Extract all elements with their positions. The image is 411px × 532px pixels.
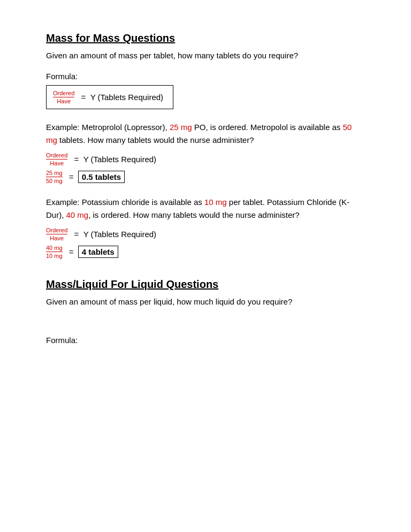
example2-formula-row: Ordered Have = Y (Tablets Required) xyxy=(46,227,365,241)
example2-calc-fraction: 40 mg 10 mg xyxy=(46,245,63,259)
formula-label-2: Formula: xyxy=(46,336,365,345)
example1-equals: = xyxy=(72,155,83,164)
example2-text-mid2: , is ordered. How many tablets would the… xyxy=(88,210,299,219)
example1-highlight1: 25 mg xyxy=(170,123,192,132)
example1-calc-equals: = xyxy=(67,172,78,181)
example1-formula-row: Ordered Have = Y (Tablets Required) xyxy=(46,152,365,166)
example1-calc-row: 25 mg 50 mg = 0.5 tablets xyxy=(46,170,365,184)
formula-result-1: Y (Tablets Required) xyxy=(90,93,163,102)
example2-answer: 4 tablets xyxy=(78,246,118,258)
example1-fraction: Ordered Have xyxy=(46,152,67,166)
example1-text-before: Example: Metroprolol (Lopressor), xyxy=(46,123,170,132)
example1-result: Y (Tablets Required) xyxy=(83,155,156,164)
section1-description: Given an amount of mass per tablet, how … xyxy=(46,50,365,62)
example2-equals: = xyxy=(72,230,83,239)
formula-numerator-1: Ordered xyxy=(53,90,74,97)
formula-box-1: Ordered Have = Y (Tablets Required) xyxy=(46,85,173,109)
example2-calc-denominator: 10 mg xyxy=(46,252,63,259)
example1-text: Example: Metroprolol (Lopressor), 25 mg … xyxy=(46,121,365,147)
example1-block: Example: Metroprolol (Lopressor), 25 mg … xyxy=(46,121,365,184)
example1-text-mid2: tablets. How many tablets would the nurs… xyxy=(57,135,254,145)
formula-equals-1: = xyxy=(79,93,90,102)
formula-label-1: Formula: xyxy=(46,72,365,81)
example1-calc-numerator: 25 mg xyxy=(46,170,63,177)
example2-denominator: Have xyxy=(50,234,64,241)
formula-expression-1: Ordered Have = Y (Tablets Required) xyxy=(53,90,163,104)
example2-calc-equals: = xyxy=(67,247,78,256)
example2-highlight1: 10 mg xyxy=(204,197,227,207)
example1-calc-denominator: 50 mg xyxy=(46,177,63,184)
section2-title: Mass/Liquid For Liquid Questions xyxy=(46,278,365,291)
section2-description: Given an amount of mass per liquid, how … xyxy=(46,296,365,308)
section-mass-liquid: Mass/Liquid For Liquid Questions Given a… xyxy=(46,278,365,345)
example2-fraction: Ordered Have xyxy=(46,227,67,241)
example2-block: Example: Potassium chloride is available… xyxy=(46,196,365,259)
example2-result: Y (Tablets Required) xyxy=(83,230,156,239)
example2-text-before: Example: Potassium chloride is available… xyxy=(46,197,204,207)
example2-numerator: Ordered xyxy=(46,227,67,234)
formula-fraction-1: Ordered Have xyxy=(53,90,74,104)
example1-numerator: Ordered xyxy=(46,152,67,159)
example1-calc-fraction: 25 mg 50 mg xyxy=(46,170,63,184)
example2-calc-row: 40 mg 10 mg = 4 tablets xyxy=(46,245,365,259)
example1-denominator: Have xyxy=(50,159,64,166)
example1-text-mid1: PO, is ordered. Metropolol is available … xyxy=(192,123,343,132)
section-mass-for-mass: Mass for Mass Questions Given an amount … xyxy=(46,32,365,259)
example2-calc-numerator: 40 mg xyxy=(46,245,63,252)
example2-highlight2: 40 mg xyxy=(66,210,89,219)
formula-denominator-1: Have xyxy=(57,97,71,104)
section1-title: Mass for Mass Questions xyxy=(46,32,365,44)
example1-answer: 0.5 tablets xyxy=(78,171,125,183)
example2-text: Example: Potassium chloride is available… xyxy=(46,196,365,222)
